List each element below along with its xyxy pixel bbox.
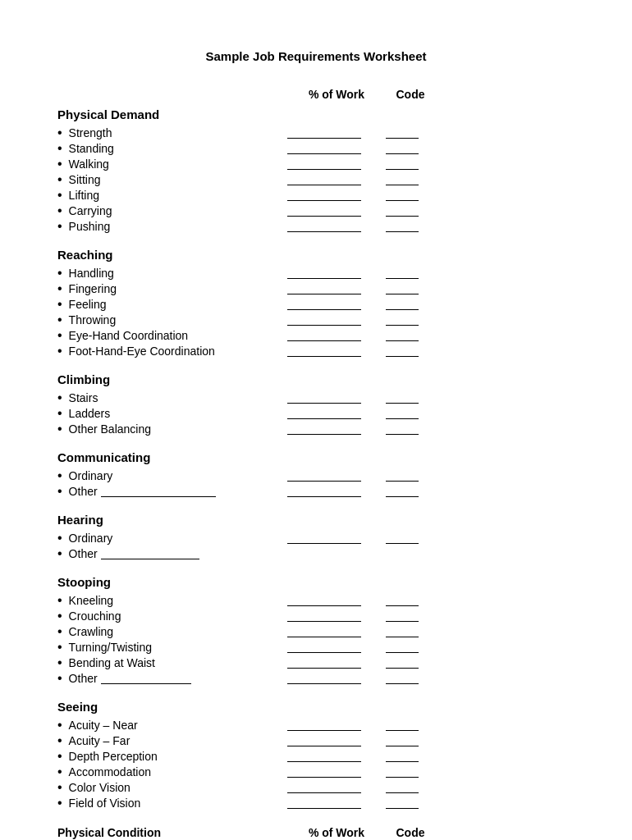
code-field[interactable] <box>386 610 419 622</box>
percent-of-work-field[interactable] <box>287 283 361 294</box>
code-field[interactable] <box>386 408 419 419</box>
list-item: •Feeling <box>57 298 575 311</box>
code-field[interactable] <box>386 174 419 185</box>
percent-of-work-field[interactable] <box>287 408 361 419</box>
percent-of-work-field[interactable] <box>287 423 361 435</box>
item-label-container: •Other <box>57 547 287 560</box>
section-seeing: Seeing•Acuity – Near•Acuity – Far•Depth … <box>57 700 575 810</box>
code-field[interactable] <box>386 626 419 637</box>
bullet-icon: • <box>57 298 62 311</box>
item-label-text: Bending at Waist <box>69 656 155 669</box>
list-item: •Ladders <box>57 407 575 420</box>
list-item: •Carrying <box>57 204 575 217</box>
section-header-seeing: Seeing <box>57 700 575 714</box>
percent-of-work-field[interactable] <box>287 626 361 637</box>
bullet-icon: • <box>57 781 62 794</box>
list-item: •Fingering <box>57 282 575 295</box>
code-field[interactable] <box>386 127 419 139</box>
code-field[interactable] <box>386 392 419 404</box>
percent-of-work-field[interactable] <box>287 392 361 404</box>
item-label-text: Other <box>69 485 98 498</box>
code-field[interactable] <box>386 283 419 294</box>
percent-of-work-field[interactable] <box>287 127 361 139</box>
percent-of-work-field[interactable] <box>287 205 361 217</box>
other-text-field[interactable] <box>101 673 191 684</box>
code-field[interactable] <box>386 267 419 279</box>
item-label-container: •Acuity – Far <box>57 734 287 747</box>
percent-of-work-field[interactable] <box>287 766 361 778</box>
worksheet-content: Physical Demand•Strength•Standing•Walkin… <box>57 107 575 810</box>
percent-of-work-field[interactable] <box>287 314 361 326</box>
code-field[interactable] <box>386 221 419 232</box>
percent-of-work-field[interactable] <box>287 595 361 606</box>
percent-of-work-field[interactable] <box>287 486 361 497</box>
code-field[interactable] <box>386 299 419 310</box>
item-label-container: •Acuity – Near <box>57 719 287 732</box>
code-field[interactable] <box>386 345 419 357</box>
code-field[interactable] <box>386 330 419 341</box>
percent-of-work-field[interactable] <box>287 532 361 544</box>
list-item: •Stairs <box>57 391 575 404</box>
column-header-code: Code <box>386 88 435 101</box>
percent-of-work-field[interactable] <box>287 751 361 762</box>
code-field[interactable] <box>386 532 419 544</box>
code-field[interactable] <box>386 751 419 762</box>
code-field[interactable] <box>386 486 419 497</box>
percent-of-work-field[interactable] <box>287 673 361 684</box>
item-label-container: •Ordinary <box>57 532 287 545</box>
percent-of-work-field[interactable] <box>287 641 361 653</box>
code-field[interactable] <box>386 766 419 778</box>
list-item: •Throwing <box>57 313 575 326</box>
percent-of-work-field[interactable] <box>287 470 361 482</box>
code-field[interactable] <box>386 205 419 217</box>
item-label-container: •Fingering <box>57 282 287 295</box>
percent-of-work-field[interactable] <box>287 158 361 170</box>
percent-of-work-field[interactable] <box>287 189 361 201</box>
bullet-icon: • <box>57 220 62 233</box>
code-field[interactable] <box>386 657 419 669</box>
item-label-container: •Depth Perception <box>57 750 287 763</box>
bullet-icon: • <box>57 391 62 404</box>
code-field[interactable] <box>386 782 419 793</box>
item-label-container: •Lifting <box>57 189 287 202</box>
code-field[interactable] <box>386 470 419 482</box>
item-label-container: •Turning/Twisting <box>57 641 287 654</box>
percent-of-work-field[interactable] <box>287 330 361 341</box>
percent-of-work-field[interactable] <box>287 735 361 746</box>
code-field[interactable] <box>386 641 419 653</box>
percent-of-work-field[interactable] <box>287 657 361 669</box>
percent-of-work-field[interactable] <box>287 345 361 357</box>
item-label-container: •Eye-Hand Coordination <box>57 329 287 342</box>
code-field[interactable] <box>386 314 419 326</box>
code-field[interactable] <box>386 143 419 154</box>
percent-of-work-field[interactable] <box>287 610 361 622</box>
code-field[interactable] <box>386 423 419 435</box>
bullet-icon: • <box>57 797 62 810</box>
code-field[interactable] <box>386 189 419 201</box>
percent-of-work-field[interactable] <box>287 719 361 731</box>
code-field[interactable] <box>386 719 419 731</box>
code-field[interactable] <box>386 797 419 809</box>
code-field[interactable] <box>386 673 419 684</box>
item-label-container: •Standing <box>57 142 287 155</box>
percent-of-work-field[interactable] <box>287 143 361 154</box>
footer-row: Physical Condition % of Work Code <box>57 826 575 839</box>
code-field[interactable] <box>386 158 419 170</box>
percent-of-work-field[interactable] <box>287 797 361 809</box>
bullet-icon: • <box>57 672 62 685</box>
code-field[interactable] <box>386 595 419 606</box>
percent-of-work-field[interactable] <box>287 267 361 279</box>
code-field[interactable] <box>386 735 419 746</box>
footer-code: Code <box>386 826 435 839</box>
item-label-text: Sitting <box>69 173 101 186</box>
item-label-text: Kneeling <box>69 594 114 607</box>
percent-of-work-field[interactable] <box>287 174 361 185</box>
other-text-field[interactable] <box>101 548 199 559</box>
percent-of-work-field[interactable] <box>287 221 361 232</box>
section-header-physical-demand: Physical Demand <box>57 107 575 121</box>
list-item: •Color Vision <box>57 781 575 794</box>
other-text-field[interactable] <box>101 486 216 497</box>
percent-of-work-field[interactable] <box>287 782 361 793</box>
bullet-icon: • <box>57 625 62 638</box>
percent-of-work-field[interactable] <box>287 299 361 310</box>
